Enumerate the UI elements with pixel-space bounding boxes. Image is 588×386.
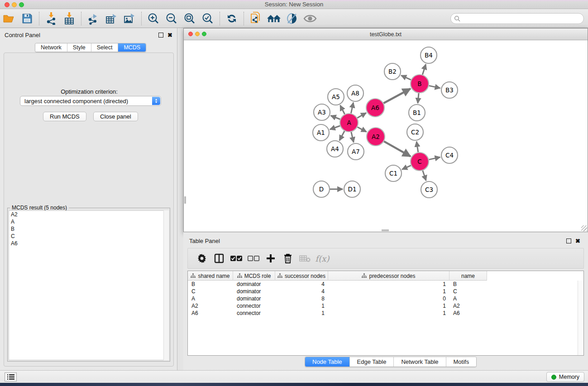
table-cell[interactable]: 1: [328, 303, 449, 309]
save-session-icon[interactable]: [18, 11, 36, 26]
close-panel-button[interactable]: Close panel: [93, 112, 138, 121]
import-table-icon[interactable]: [60, 11, 78, 26]
edge-A2-C[interactable]: [384, 141, 411, 156]
table-cell[interactable]: dominator: [233, 295, 275, 302]
vertical-scroll-indicator[interactable]: [184, 196, 186, 204]
table-row[interactable]: A6connector11A6: [188, 310, 577, 317]
window-resize-grip[interactable]: [581, 225, 587, 231]
zoom-in-icon[interactable]: [144, 11, 163, 26]
delete-column-icon[interactable]: [279, 251, 296, 266]
tab-select[interactable]: Select: [91, 43, 119, 52]
edge-B-B2[interactable]: [401, 76, 411, 80]
result-list-item[interactable]: A: [9, 218, 168, 225]
table-row[interactable]: Cdominator41C: [188, 288, 577, 295]
horizontal-scroll-indicator[interactable]: [382, 229, 389, 231]
table-scrollbar[interactable]: [578, 281, 583, 355]
tab-network[interactable]: Network: [35, 43, 67, 52]
home-layout-icon[interactable]: [265, 11, 283, 26]
show-column-icon[interactable]: [210, 251, 228, 266]
tab-motifs[interactable]: Motifs: [446, 357, 477, 367]
table-cell[interactable]: dominator: [233, 288, 275, 295]
network-window-titlebar[interactable]: testGlobe.txt: [184, 29, 588, 40]
column-header-shared-name[interactable]: shared name: [188, 271, 233, 281]
table-cell[interactable]: A6: [449, 310, 487, 316]
table-row[interactable]: A2connector11A2: [188, 302, 577, 310]
edge-A-A4[interactable]: [339, 131, 344, 141]
edge-A-A8[interactable]: [351, 103, 353, 114]
table-header-row[interactable]: shared nameMCDS rolesuccessor nodesprede…: [188, 271, 487, 281]
close-table-panel-icon[interactable]: ✖: [575, 238, 580, 243]
column-header-name[interactable]: name: [449, 271, 487, 281]
edge-A-A3[interactable]: [331, 116, 340, 119]
toggle-graphics-details-icon[interactable]: [283, 11, 301, 26]
optimization-criterion-dropdown[interactable]: largest connected component (directed) ▲…: [20, 96, 161, 106]
table-cell[interactable]: 8: [275, 295, 328, 302]
float-table-panel-icon[interactable]: [566, 238, 571, 243]
table-options-gear-icon[interactable]: [193, 251, 210, 266]
run-mcds-button[interactable]: Run MCDS: [43, 112, 86, 121]
table-cell[interactable]: C: [449, 288, 487, 295]
network-from-clipboard-icon[interactable]: [247, 11, 265, 26]
table-cell[interactable]: 1: [275, 310, 328, 316]
table-cell[interactable]: A2: [188, 303, 233, 309]
import-network-icon[interactable]: [42, 11, 60, 26]
table-row[interactable]: Bdominator41B: [188, 281, 577, 288]
table-cell[interactable]: A: [449, 295, 487, 302]
zoom-selected-icon[interactable]: [199, 11, 217, 26]
result-list-item[interactable]: A2: [9, 211, 168, 218]
table-cell[interactable]: connector: [233, 310, 275, 316]
table-cell[interactable]: 1: [275, 303, 328, 309]
tab-node-table[interactable]: Node Table: [305, 357, 350, 367]
table-cell[interactable]: 4: [275, 281, 328, 287]
table-cell[interactable]: 1: [328, 310, 449, 316]
table-body[interactable]: Bdominator41BCdominator41CAdominator80AA…: [188, 281, 577, 355]
table-row[interactable]: Adominator80A: [188, 295, 577, 302]
select-all-checkboxes-icon[interactable]: [228, 251, 245, 266]
edge-A-A1[interactable]: [330, 126, 340, 129]
edge-B-B1[interactable]: [418, 93, 419, 103]
table-cell[interactable]: 1: [328, 288, 449, 295]
edge-C-C4[interactable]: [429, 157, 440, 159]
edge-A-A2[interactable]: [358, 127, 367, 132]
column-header-successor-nodes[interactable]: successor nodes: [275, 271, 328, 281]
table-cell[interactable]: 0: [328, 295, 449, 302]
mcds-result-list[interactable]: A2ABCA6: [9, 210, 169, 360]
edge-C-C3[interactable]: [423, 171, 426, 181]
result-list-item[interactable]: A6: [9, 240, 168, 247]
export-network-icon[interactable]: [84, 11, 102, 26]
zoom-out-icon[interactable]: [163, 11, 181, 26]
table-cell[interactable]: connector: [233, 303, 275, 309]
edge-A-A7[interactable]: [351, 132, 354, 142]
table-cell[interactable]: 4: [275, 288, 328, 295]
edge-A6-B[interactable]: [383, 89, 410, 103]
edge-B-B4[interactable]: [422, 64, 425, 75]
network-canvas[interactable]: B4B2BB3A8A5A6A3B1AA1C2A2A4A7C4CC1C3DD1: [184, 41, 588, 232]
result-list-item[interactable]: C: [9, 233, 168, 240]
tab-edge-table[interactable]: Edge Table: [350, 357, 394, 367]
edge-A-A6[interactable]: [357, 113, 366, 118]
add-column-icon[interactable]: [262, 251, 279, 266]
table-cell[interactable]: A6: [188, 310, 233, 316]
show-task-history-button[interactable]: [5, 372, 17, 381]
table-cell[interactable]: A2: [449, 303, 487, 309]
refresh-icon[interactable]: [223, 11, 241, 26]
column-header-MCDS-role[interactable]: MCDS role: [233, 271, 275, 281]
search-field[interactable]: [450, 13, 584, 24]
tab-network-table[interactable]: Network Table: [394, 357, 446, 367]
edge-A-A5[interactable]: [340, 105, 345, 114]
close-panel-icon[interactable]: ✖: [167, 33, 172, 38]
table-cell[interactable]: 1: [328, 281, 449, 287]
export-table-icon[interactable]: [102, 11, 120, 26]
table-cell[interactable]: C: [188, 288, 233, 295]
memory-button[interactable]: Memory: [546, 372, 584, 382]
open-session-icon[interactable]: [0, 11, 18, 26]
table-cell[interactable]: B: [188, 281, 233, 287]
column-header-predecessor-nodes[interactable]: predecessor nodes: [328, 271, 449, 281]
show-hide-graphics-icon[interactable]: [301, 11, 319, 26]
edge-C-C1[interactable]: [402, 166, 411, 170]
export-image-icon[interactable]: [120, 11, 139, 26]
tab-mcds[interactable]: MCDS: [118, 43, 146, 52]
zoom-fit-icon[interactable]: [181, 11, 199, 26]
result-list-item[interactable]: B: [9, 225, 168, 233]
deselect-all-checkboxes-icon[interactable]: [245, 251, 262, 266]
